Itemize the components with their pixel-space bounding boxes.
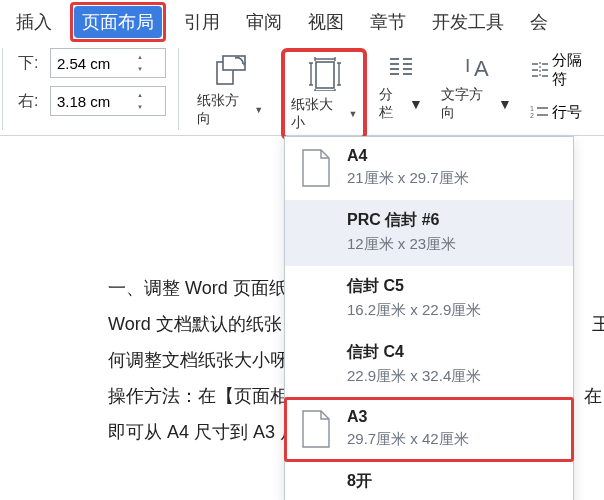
ribbon-toolbar: 下: ▲▼ 右: ▲▼ 纸张方向▼ 纸张大小▼ (0, 44, 604, 136)
option-title: PRC 信封 #6 (347, 210, 456, 231)
paper-size-button[interactable]: 纸张大小▼ (281, 48, 367, 140)
tab-insert[interactable]: 插入 (8, 6, 60, 38)
tab-page-layout[interactable]: 页面布局 (74, 6, 162, 38)
margin-right-input[interactable]: ▲▼ (50, 86, 166, 116)
svg-rect-1 (223, 56, 245, 70)
margin-inputs: 下: ▲▼ 右: ▲▼ (18, 48, 166, 116)
option-title: 信封 C5 (347, 276, 481, 297)
breaks-icon (530, 61, 550, 79)
tab-references[interactable]: 引用 (176, 6, 228, 38)
columns-label: 分栏 (379, 86, 406, 122)
tab-meeting-partial[interactable]: 会 (522, 6, 556, 38)
margin-right-field[interactable] (51, 91, 131, 112)
option-title: A4 (347, 147, 469, 165)
paper-size-icon (307, 56, 341, 92)
svg-text:Ⅰ: Ⅰ (465, 56, 470, 76)
line-numbers-label: 行号 (552, 103, 582, 122)
orientation-icon (213, 52, 247, 88)
chevron-down-icon: ▼ (498, 96, 512, 112)
stepper[interactable]: ▲▼ (131, 51, 149, 75)
svg-text:1: 1 (530, 105, 534, 112)
tab-developer[interactable]: 开发工具 (424, 6, 512, 38)
stepper[interactable]: ▲▼ (131, 89, 149, 113)
option-dimensions: 29.7厘米 x 42厘米 (347, 430, 469, 449)
page-icon (299, 148, 333, 188)
separator (178, 48, 179, 130)
paper-size-option[interactable]: 信封 C516.2厘米 x 22.9厘米 (285, 266, 573, 332)
orientation-button[interactable]: 纸张方向▼ (191, 48, 269, 132)
option-title: 信封 C4 (347, 342, 481, 363)
line-numbers-button[interactable]: 12 行号 (530, 103, 596, 122)
paper-size-option[interactable]: 8开 (285, 461, 573, 500)
tab-view[interactable]: 视图 (300, 6, 352, 38)
option-dimensions: 12厘米 x 23厘米 (347, 235, 456, 254)
orientation-label: 纸张方向 (197, 92, 252, 128)
margin-bottom-label: 下: (18, 53, 44, 74)
paper-size-dropdown: A421厘米 x 29.7厘米PRC 信封 #612厘米 x 23厘米信封 C5… (284, 136, 574, 500)
columns-icon (387, 50, 415, 86)
svg-rect-2 (316, 62, 334, 88)
chevron-down-icon: ▼ (409, 96, 423, 112)
svg-text:2: 2 (530, 112, 534, 119)
option-dimensions: 22.9厘米 x 32.4厘米 (347, 367, 481, 386)
columns-button[interactable]: 分栏▼ (379, 50, 422, 122)
paper-size-option[interactable]: PRC 信封 #612厘米 x 23厘米 (285, 200, 573, 266)
svg-text:A: A (474, 56, 489, 81)
margin-bottom-field[interactable] (51, 53, 131, 74)
paper-size-option[interactable]: 信封 C422.9厘米 x 32.4厘米 (285, 332, 573, 398)
text-direction-button[interactable]: ⅠA 文字方向▼ (441, 50, 512, 122)
margin-bottom-input[interactable]: ▲▼ (50, 48, 166, 78)
paper-size-label: 纸张大小 (291, 96, 346, 132)
option-title: 8开 (347, 471, 372, 492)
margin-right-label: 右: (18, 91, 44, 112)
line-numbers-icon: 12 (530, 103, 550, 121)
paper-size-option[interactable]: A421厘米 x 29.7厘米 (285, 137, 573, 200)
chevron-down-icon: ▼ (254, 105, 263, 115)
breaks-label: 分隔符 (552, 51, 596, 89)
option-dimensions: 21厘米 x 29.7厘米 (347, 169, 469, 188)
text-direction-label: 文字方向 (441, 86, 496, 122)
highlight-page-layout: 页面布局 (70, 2, 166, 42)
paper-size-option[interactable]: A329.7厘米 x 42厘米 (285, 398, 573, 461)
ribbon-tabs: 插入 页面布局 引用 审阅 视图 章节 开发工具 会 (0, 0, 604, 44)
option-title: A3 (347, 408, 469, 426)
option-dimensions: 16.2厘米 x 22.9厘米 (347, 301, 481, 320)
tab-review[interactable]: 审阅 (238, 6, 290, 38)
breaks-button[interactable]: 分隔符 (530, 51, 596, 89)
text-direction-icon: ⅠA (462, 50, 490, 86)
tab-section[interactable]: 章节 (362, 6, 414, 38)
page-icon (299, 409, 333, 449)
chevron-down-icon: ▼ (349, 109, 358, 119)
